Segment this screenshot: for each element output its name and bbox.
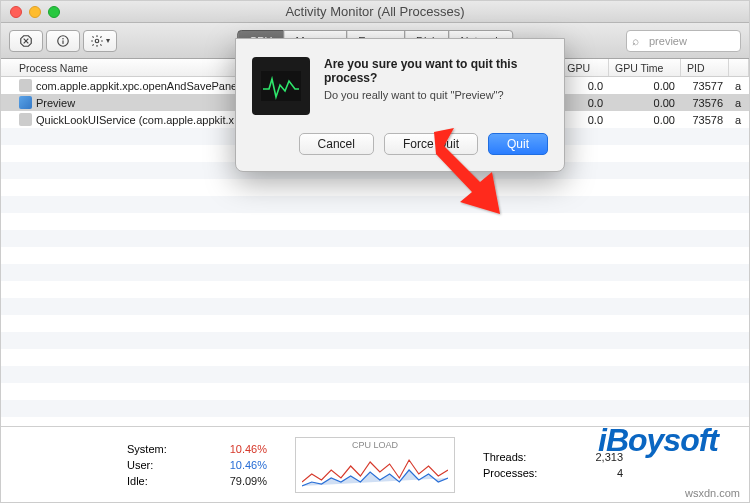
- titlebar: Activity Monitor (All Processes): [1, 1, 749, 23]
- dialog-title: Are you sure you want to quit this proce…: [324, 57, 548, 85]
- dialog-message: Do you really want to quit "Preview"?: [324, 89, 548, 101]
- window-title: Activity Monitor (All Processes): [1, 4, 749, 19]
- stop-process-button[interactable]: [9, 30, 43, 52]
- stat-value: 4: [617, 467, 623, 479]
- spark-title: CPU LOAD: [302, 440, 448, 450]
- stat-row: Idle:79.09%: [127, 475, 267, 487]
- col-user[interactable]: [729, 59, 749, 76]
- quit-button[interactable]: Quit: [488, 133, 548, 155]
- cell-gpu-time: 0.00: [609, 80, 681, 92]
- info-button[interactable]: [46, 30, 80, 52]
- stat-value: 79.09%: [230, 475, 267, 487]
- settings-button[interactable]: ▾: [83, 30, 117, 52]
- cell-gpu-time: 0.00: [609, 97, 681, 109]
- process-icon: [19, 79, 32, 92]
- watermark-source: wsxdn.com: [685, 487, 740, 499]
- activity-monitor-icon: [252, 57, 310, 115]
- stat-row: System:10.46%: [127, 443, 267, 455]
- stat-value: 10.46%: [230, 443, 267, 455]
- stat-label: Idle:: [127, 475, 148, 487]
- stat-label: User:: [127, 459, 153, 471]
- cell-pid: 73577: [681, 80, 729, 92]
- stop-icon: [19, 34, 33, 48]
- search-icon: ⌕: [632, 34, 639, 48]
- cell-pid: 73576: [681, 97, 729, 109]
- cpu-load-chart: CPU LOAD: [295, 437, 455, 493]
- stat-label: System:: [127, 443, 167, 455]
- quit-confirm-dialog: Are you sure you want to quit this proce…: [235, 38, 565, 172]
- footer-left-stats: System:10.46%User:10.46%Idle:79.09%: [127, 443, 267, 487]
- watermark-logo: iBoysoft: [598, 422, 718, 459]
- cancel-button[interactable]: Cancel: [299, 133, 374, 155]
- cell-user: a: [729, 97, 749, 109]
- cell-user: a: [729, 80, 749, 92]
- force-quit-button[interactable]: Force Quit: [384, 133, 478, 155]
- stat-row: Processes:4: [483, 467, 623, 479]
- process-icon: [19, 96, 32, 109]
- stat-label: Threads:: [483, 451, 526, 463]
- stat-row: User:10.46%: [127, 459, 267, 471]
- search-input[interactable]: [626, 30, 741, 52]
- chevron-down-icon: ▾: [106, 36, 110, 45]
- process-icon: [19, 113, 32, 126]
- sparkline-icon: [302, 452, 448, 488]
- search-wrap: ⌕: [626, 30, 741, 52]
- svg-point-6: [95, 39, 99, 43]
- cell-user: a: [729, 114, 749, 126]
- cell-gpu-time: 0.00: [609, 114, 681, 126]
- info-icon: [56, 34, 70, 48]
- stat-value: 10.46%: [230, 459, 267, 471]
- cell-pid: 73578: [681, 114, 729, 126]
- col-pid[interactable]: PID: [681, 59, 729, 76]
- svg-point-4: [62, 37, 64, 39]
- toolbar-left-group: ▾: [9, 30, 120, 52]
- svg-rect-5: [62, 40, 63, 44]
- gear-icon: [90, 34, 104, 48]
- stat-label: Processes:: [483, 467, 537, 479]
- col-gpu-time[interactable]: GPU Time: [609, 59, 681, 76]
